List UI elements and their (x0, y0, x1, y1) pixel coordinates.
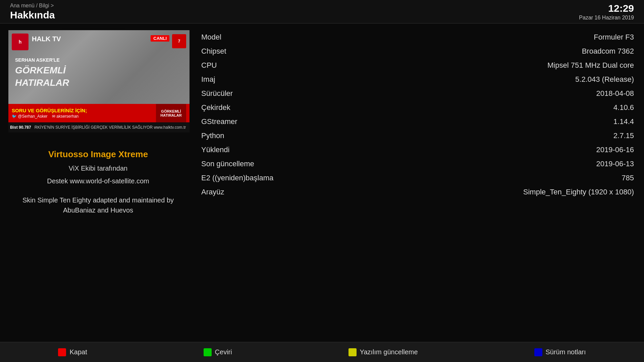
info-label: Python (201, 131, 268, 140)
info-label: Sürücüler (201, 89, 268, 98)
main-content: h HALK TV CANLI 7 SERHAN ASKER'LE GÖRKEM… (0, 23, 644, 342)
green-dot (204, 348, 212, 356)
footer-btn-red[interactable]: Kapat (58, 348, 87, 356)
footer-btn-yellow[interactable]: Yazılım güncelleme (348, 348, 418, 356)
info-label: Model (201, 33, 268, 42)
info-label: Son güncelleme (201, 160, 268, 168)
skin-line: Skin Simple Ten Eighty adapted and maint… (15, 195, 181, 215)
info-table: Model Formuler F3 Chipset Broadcom 7362 … (201, 30, 634, 199)
info-row: CPU Mipsel 751 MHz Dual core (201, 58, 634, 72)
clock: 12:29 (608, 3, 634, 14)
footer-label-red: Kapat (69, 348, 87, 356)
lower-social: 🐦 @Serhan_Asker ✉ akserserhan (12, 114, 156, 119)
credit-section: Virtuosso Image Xtreme ViX Ekibi tarafın… (8, 149, 188, 215)
right-panel: Model Formuler F3 Chipset Broadcom 7362 … (195, 23, 644, 342)
info-value: Formuler F3 (594, 33, 634, 42)
halk-tv-logo: h (12, 34, 29, 50)
red-dot (58, 348, 66, 356)
ticker-bar: Bist 90.787 RKİYE'NİN SURİYE İŞBİRLİĞİ G… (8, 122, 190, 132)
skin-line1: Skin Simple Ten Eighty adapted and maint… (22, 196, 174, 204)
info-label: GStreamer (201, 117, 268, 126)
red-box-number: 7 (178, 39, 180, 44)
breadcrumb: Ana menü / Bilgi > (10, 3, 55, 9)
left-panel: h HALK TV CANLI 7 SERHAN ASKER'LE GÖRKEM… (0, 23, 195, 342)
info-row: Arayüz Simple_Ten_Eighty (644 x 362) (201, 185, 634, 199)
info-row: Python 2.7.15 (201, 129, 634, 143)
show-overlay: SERHAN ASKER'LE GÖRKEMLİ HATIRALAR (15, 57, 69, 89)
info-label: Yüklendi (201, 145, 268, 154)
twitter-handle: @Serhan_Asker (18, 114, 47, 119)
red-box-icon: 7 (172, 34, 186, 48)
blue-dot (534, 348, 542, 356)
info-label: Imaj (201, 75, 268, 84)
header-right: 12:29 Pazar 16 Haziran 2019 (579, 3, 634, 21)
info-value: Broadcom 7362 (582, 47, 634, 56)
info-row: Imaj 5.2.043 (Release) (201, 72, 634, 86)
vix-team: ViX Ekibi tarafından (15, 165, 181, 172)
skin-line2: AbuBaniaz and Huevos (63, 206, 133, 214)
info-label: Çekirdek (201, 103, 268, 112)
info-row: Chipset Broadcom 7362 (201, 44, 634, 58)
info-label: E2 ((yeniden)başlama (201, 174, 273, 182)
info-value: 2.7.15 (613, 131, 634, 140)
logo-letter: h (19, 39, 22, 45)
ticker-text: RKİYE'NİN SURİYE İŞBİRLİĞİ GERÇEK VERİML… (35, 125, 186, 130)
header: Ana menü / Bilgi > Hakkında 12:29 Pazar … (0, 0, 644, 23)
support-line: Destek www.world-of-satellite.com (15, 177, 181, 185)
info-row: Sürücüler 2018-04-08 (201, 86, 634, 101)
show-title-line1: SERHAN ASKER'LE (15, 57, 69, 63)
info-label: Chipset (201, 47, 268, 56)
date: Pazar 16 Haziran 2019 (579, 15, 634, 21)
info-value: 2019-06-13 (596, 160, 634, 168)
tv-main-content: h HALK TV CANLI 7 SERHAN ASKER'LE GÖRKEM… (8, 30, 190, 132)
info-row: Yüklendi 2019-06-16 (201, 143, 634, 157)
lower-third: SORU VE GÖRÜŞLERİNİZ İÇİN; 🐦 @Serhan_Ask… (8, 104, 190, 122)
footer-btn-green[interactable]: Çeviri (204, 348, 232, 356)
info-value: 2018-04-08 (596, 89, 634, 98)
lower-text-right: GÖRKEMLİ HATIRALAR (156, 104, 186, 122)
info-label: Arayüz (201, 188, 268, 196)
info-row: E2 ((yeniden)başlama 785 (201, 171, 634, 185)
info-row: GStreamer 1.14.4 (201, 115, 634, 129)
info-value: 2019-06-16 (596, 145, 634, 154)
lower-text-left: SORU VE GÖRÜŞLERİNİZ İÇİN; 🐦 @Serhan_Ask… (12, 108, 156, 119)
info-label: CPU (201, 61, 268, 70)
yellow-dot (348, 348, 357, 356)
footer-label-yellow: Yazılım güncelleme (360, 348, 418, 356)
info-value: 4.10.6 (613, 103, 634, 112)
info-row: Son güncelleme 2019-06-13 (201, 157, 634, 171)
footer-label-green: Çeviri (215, 348, 232, 356)
footer-btn-blue[interactable]: Sürüm notları (534, 348, 586, 356)
footer: Kapat Çeviri Yazılım güncelleme Sürüm no… (0, 342, 644, 362)
info-value: 1.14.4 (613, 117, 634, 126)
show-title-line2: GÖRKEMLİ (15, 64, 69, 76)
vix-title: Virtuosso Image Xtreme (15, 149, 181, 160)
channel-name: HALK TV (32, 35, 61, 43)
info-row: Çekirdek 4.10.6 (201, 101, 634, 115)
tv-preview: h HALK TV CANLI 7 SERHAN ASKER'LE GÖRKEM… (8, 30, 190, 132)
email-handle: akserserhan (56, 114, 78, 119)
page-title: Hakkında (10, 9, 55, 21)
lower-title: SORU VE GÖRÜŞLERİNİZ İÇİN; (12, 108, 156, 113)
info-value: 5.2.043 (Release) (575, 75, 634, 84)
info-row: Model Formuler F3 (201, 30, 634, 44)
show-title-line3: HATIRALAR (15, 77, 69, 89)
ticker-bist: Bist 90.787 (10, 125, 31, 130)
info-value: Mipsel 751 MHz Dual core (547, 61, 634, 70)
canli-badge: CANLI (151, 35, 169, 42)
header-left: Ana menü / Bilgi > Hakkında (10, 3, 55, 21)
info-value: 785 (622, 174, 634, 182)
footer-label-blue: Sürüm notları (546, 348, 586, 356)
info-value: Simple_Ten_Eighty (644 x 362) (523, 188, 634, 196)
lower-right-text: GÖRKEMLİ HATIRALAR (160, 109, 181, 117)
